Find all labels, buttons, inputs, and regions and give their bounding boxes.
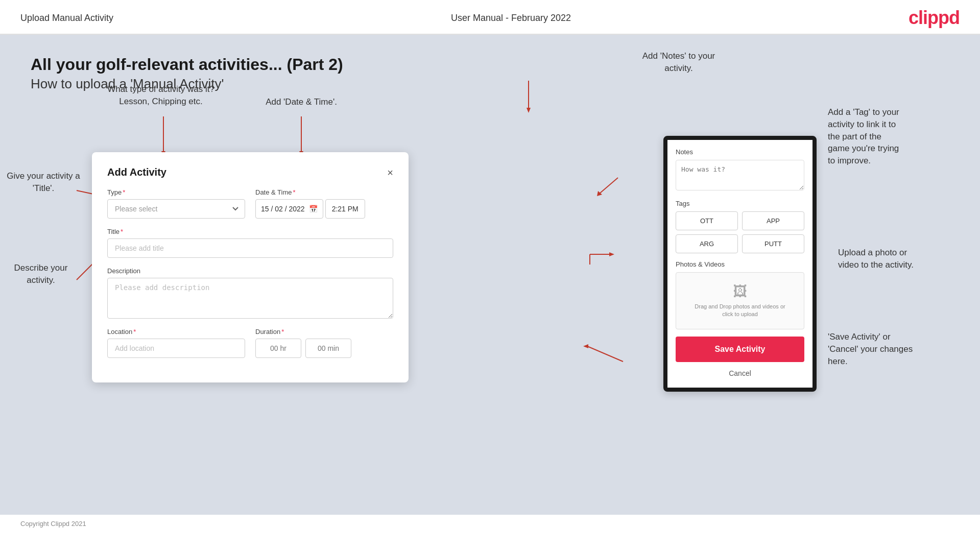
duration-inputs: [255, 339, 393, 358]
logo: clippd: [909, 7, 960, 29]
tag-arg[interactable]: ARG: [676, 234, 738, 253]
location-label: Location*: [107, 328, 245, 336]
title-label: Title*: [107, 228, 393, 235]
svg-marker-22: [583, 344, 588, 348]
date-time-inputs: 15 / 02 / 2022 📅 2:21 PM: [255, 199, 393, 219]
description-group: Description: [107, 267, 393, 319]
annotation-tag: Add a 'Tag' to your activity to link it …: [828, 106, 966, 167]
duration-group: Duration*: [255, 328, 393, 358]
description-label: Description: [107, 267, 393, 275]
datetime-group: Date & Time* 15 / 02 / 2022 📅 2:21 PM: [255, 188, 393, 219]
dialog-close-button[interactable]: ×: [387, 167, 393, 178]
photos-section: Photos & Videos 🖼 Drag and Drop photos a…: [676, 260, 804, 329]
annotation-datetime: Add 'Date & Time'.: [250, 96, 352, 108]
main-content: All your golf-relevant activities... (Pa…: [0, 35, 980, 515]
tag-ott[interactable]: OTT: [676, 211, 738, 230]
dialog-title: Add Activity: [107, 166, 166, 178]
save-activity-button[interactable]: Save Activity: [676, 337, 804, 362]
type-select[interactable]: Please select: [107, 199, 245, 219]
footer: Copyright Clippd 2021: [0, 515, 980, 533]
type-group: Type* Please select: [107, 188, 245, 219]
page-heading: All your golf-relevant activities... (Pa…: [31, 55, 949, 92]
photo-icon: 🖼: [681, 283, 799, 300]
photos-label: Photos & Videos: [676, 260, 804, 268]
cancel-button[interactable]: Cancel: [676, 367, 804, 379]
time-input[interactable]: 2:21 PM: [325, 199, 365, 219]
top-bar: Upload Manual Activity User Manual - Feb…: [0, 0, 980, 35]
type-datetime-row: Type* Please select Date & Time* 15 / 02…: [107, 188, 393, 219]
description-textarea[interactable]: [107, 278, 393, 319]
doc-title: User Manual - February 2022: [451, 13, 571, 23]
notes-section-label: Notes: [676, 148, 804, 156]
phone-content: Notes Tags OTT APP ARG PUTT Photos & Vid…: [667, 140, 812, 388]
add-activity-dialog: Add Activity × Type* Please select Date …: [92, 152, 409, 382]
heading-main: All your golf-relevant activities... (Pa…: [31, 55, 949, 74]
copyright-text: Copyright Clippd 2021: [20, 520, 86, 528]
phone-panel: Notes Tags OTT APP ARG PUTT Photos & Vid…: [663, 136, 817, 392]
svg-line-16: [600, 178, 618, 193]
title-group: Title*: [107, 228, 393, 258]
annotation-title: Give your activity a 'Title'.: [5, 170, 82, 195]
svg-line-21: [587, 346, 623, 362]
svg-marker-17: [597, 191, 602, 196]
tag-putt[interactable]: PUTT: [742, 234, 804, 253]
svg-marker-20: [609, 252, 614, 256]
datetime-label: Date & Time*: [255, 188, 393, 196]
annotation-photo: Upload a photo or video to the activity.: [838, 247, 966, 271]
date-input[interactable]: 15 / 02 / 2022 📅: [255, 199, 323, 219]
duration-min-input[interactable]: [305, 339, 351, 358]
location-input[interactable]: [107, 339, 245, 358]
type-label: Type*: [107, 188, 245, 196]
page-title-header: Upload Manual Activity: [20, 13, 113, 23]
annotation-save: 'Save Activity' or 'Cancel' your changes…: [828, 331, 966, 367]
tags-section-label: Tags: [676, 200, 804, 207]
photos-hint-text: Drag and Drop photos and videos or click…: [681, 303, 799, 319]
photos-dropzone[interactable]: 🖼 Drag and Drop photos and videos or cli…: [676, 272, 804, 329]
location-duration-row: Location* Duration*: [107, 328, 393, 358]
duration-label: Duration*: [255, 328, 393, 336]
duration-hr-input[interactable]: [255, 339, 301, 358]
annotation-description: Describe your activity.: [5, 262, 77, 286]
tags-grid: OTT APP ARG PUTT: [676, 211, 804, 253]
title-input[interactable]: [107, 238, 393, 258]
tag-app[interactable]: APP: [742, 211, 804, 230]
heading-sub: How to upload a 'Manual Activity': [31, 76, 949, 92]
calendar-icon[interactable]: 📅: [309, 205, 318, 213]
location-group: Location*: [107, 328, 245, 358]
svg-marker-15: [527, 108, 531, 113]
notes-input[interactable]: [676, 160, 804, 190]
dialog-header: Add Activity ×: [107, 166, 393, 178]
